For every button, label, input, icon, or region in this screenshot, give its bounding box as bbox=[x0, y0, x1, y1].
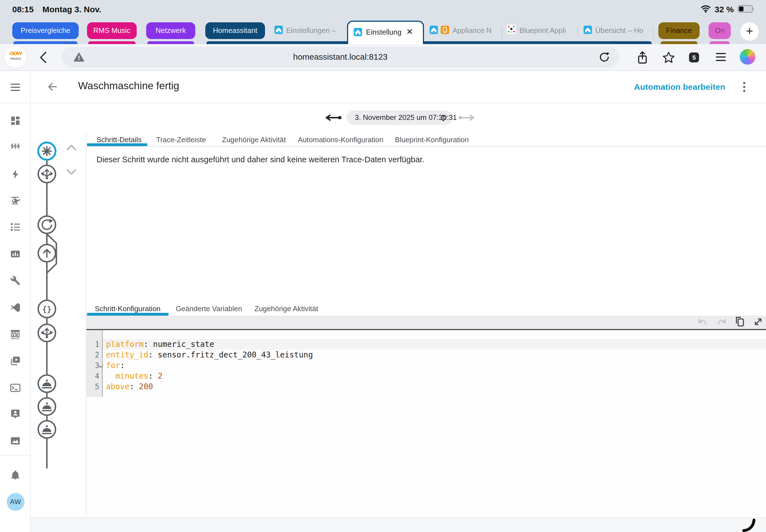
favorite-star-icon[interactable] bbox=[662, 51, 675, 64]
media-browser-icon[interactable] bbox=[10, 356, 21, 366]
tab-appliance[interactable]: Appliance N bbox=[453, 26, 498, 35]
tab-einstellung-active[interactable]: Einstellung ✕ bbox=[347, 21, 424, 44]
tab-group-preisvergleiche[interactable]: Preisvergleiche bbox=[12, 22, 79, 39]
code-content[interactable]: platform: numeric_stateentity_id: sensor… bbox=[106, 339, 764, 392]
home-assistant-favicon bbox=[584, 26, 592, 34]
url-text[interactable]: homeassistant.local:8123 bbox=[61, 52, 619, 61]
battery-percent: 32 % bbox=[715, 4, 734, 14]
trace-node-choose[interactable] bbox=[38, 324, 55, 342]
tab-separator bbox=[502, 28, 502, 37]
hacs-store-icon[interactable]: HACS bbox=[10, 329, 21, 340]
logbook-list-icon[interactable] bbox=[10, 222, 21, 233]
new-tab-button[interactable]: + bbox=[740, 22, 759, 41]
code-line[interactable]: platform: numeric_state bbox=[106, 339, 764, 350]
blueprint-app-favicon bbox=[507, 25, 516, 34]
pen-stroke-mark bbox=[742, 519, 762, 532]
avatar[interactable]: AW bbox=[7, 493, 25, 511]
code-line[interactable]: above: 200 bbox=[106, 381, 764, 392]
edit-automation-link[interactable]: Automation bearbeiten bbox=[634, 82, 725, 91]
ha-sidebar bbox=[0, 71, 31, 532]
tab-zugehoerige-aktivitaet-2[interactable]: Zugehörige Aktivität bbox=[254, 304, 318, 313]
account-badge-icon[interactable] bbox=[10, 409, 21, 419]
image-gallery-icon[interactable] bbox=[10, 436, 21, 446]
tab-count-badge[interactable]: 5 bbox=[689, 52, 699, 62]
tab-group-finance[interactable]: Finance bbox=[658, 22, 700, 39]
code-editor-toolbar bbox=[86, 316, 766, 329]
trace-node-variables[interactable]: {} bbox=[38, 300, 55, 318]
group-bar bbox=[661, 41, 697, 44]
trace-node-service-call[interactable] bbox=[38, 375, 55, 392]
tab-group-on[interactable]: On bbox=[709, 22, 731, 39]
tab-blueprint-konfiguration[interactable]: Blueprint-Konfiguration bbox=[395, 136, 469, 144]
trace-node-choose[interactable] bbox=[38, 165, 55, 183]
line-number: 1 bbox=[86, 339, 99, 350]
trace-node-service-call[interactable] bbox=[38, 398, 55, 415]
group-bar bbox=[88, 41, 136, 44]
group-bar bbox=[206, 41, 652, 44]
helicopter-icon[interactable] bbox=[10, 195, 21, 206]
group-bar bbox=[147, 41, 194, 44]
bell-icon[interactable] bbox=[10, 470, 21, 480]
group-bar bbox=[13, 41, 78, 44]
group-bar bbox=[710, 41, 730, 44]
reload-icon[interactable] bbox=[599, 51, 610, 63]
svg-text:HACS: HACS bbox=[11, 337, 19, 340]
close-icon[interactable]: ✕ bbox=[406, 27, 413, 37]
copy-icon[interactable] bbox=[735, 316, 745, 327]
copilot-icon[interactable] bbox=[740, 49, 755, 65]
trace-node-service-call[interactable] bbox=[38, 421, 55, 438]
tab-group-netzwerk[interactable]: Netzwerk bbox=[146, 22, 195, 39]
code-line[interactable]: entity_id: sensor.fritz_dect_200_43_leis… bbox=[106, 350, 764, 360]
tab-group-rms-music[interactable]: RMS Music bbox=[87, 22, 137, 39]
tab-automations-konfiguration[interactable]: Automations-Konfiguration bbox=[298, 136, 383, 144]
fullscreen-icon[interactable] bbox=[753, 317, 763, 327]
svg-text:{}: {} bbox=[42, 305, 52, 314]
wifi-icon bbox=[701, 5, 711, 13]
redo-icon[interactable] bbox=[716, 317, 727, 326]
line-number: 4 bbox=[86, 371, 99, 381]
site-logo[interactable]: oow musics bbox=[4, 46, 27, 68]
tab-schritt-konfiguration[interactable]: Schritt-Konfiguration bbox=[95, 304, 161, 313]
previous-trace-icon[interactable] bbox=[325, 114, 342, 122]
undo-icon[interactable] bbox=[697, 317, 708, 326]
menu-icon[interactable] bbox=[10, 82, 21, 93]
code-line[interactable]: minutes: 2 bbox=[106, 371, 764, 381]
line-number: 2 bbox=[86, 350, 99, 360]
vscode-icon[interactable] bbox=[10, 302, 21, 313]
bottom-strip bbox=[31, 518, 766, 532]
tab-trace-zeitleiste[interactable]: Trace-Zeitleiste bbox=[156, 136, 206, 144]
code-line[interactable]: for: bbox=[106, 360, 764, 371]
kebab-menu-icon[interactable] bbox=[743, 81, 746, 93]
dashboard-icon[interactable] bbox=[10, 115, 21, 126]
history-chart-icon[interactable] bbox=[10, 249, 21, 259]
tab-einstellungen[interactable]: Einstellungen – bbox=[286, 26, 340, 35]
back-arrow-icon[interactable] bbox=[47, 82, 57, 91]
terminal-icon[interactable] bbox=[10, 383, 21, 393]
back-icon[interactable] bbox=[39, 51, 47, 64]
next-trace-icon[interactable] bbox=[458, 114, 475, 122]
site-logo-text: oow bbox=[4, 50, 27, 57]
stepper-chevrons-icon[interactable] bbox=[440, 114, 446, 122]
menu-icon[interactable] bbox=[716, 53, 726, 61]
tab-blueprint[interactable]: Blueprint Appli bbox=[520, 26, 572, 35]
energy-icon[interactable] bbox=[10, 142, 21, 152]
active-tab-underline bbox=[87, 313, 168, 315]
header-divider bbox=[0, 102, 766, 103]
tab-zugehoerige-aktivitaet[interactable]: Zugehörige Aktivität bbox=[222, 136, 286, 144]
trace-node-repeat[interactable] bbox=[38, 216, 55, 233]
fold-chevron-icon[interactable] bbox=[98, 365, 103, 369]
trace-node-trigger[interactable] bbox=[38, 142, 55, 160]
tab-separator bbox=[578, 28, 578, 37]
tab-uebersicht[interactable]: Übersicht – Ho bbox=[595, 26, 648, 35]
lightning-bolt-icon[interactable] bbox=[10, 169, 21, 180]
tab-group-homeassitant[interactable]: Homeassitant bbox=[205, 22, 265, 39]
home-assistant-favicon bbox=[274, 26, 283, 34]
sidebar-divider bbox=[0, 455, 31, 456]
home-assistant-favicon bbox=[430, 26, 438, 34]
share-icon[interactable] bbox=[637, 51, 648, 65]
chevron-down-icon bbox=[67, 170, 75, 174]
trace-node-condition[interactable] bbox=[38, 245, 55, 262]
wrench-icon[interactable] bbox=[10, 275, 21, 286]
tab-geaenderte-variablen[interactable]: Geänderte Variablen bbox=[176, 304, 242, 313]
tab-schritt-details[interactable]: Schritt-Details bbox=[96, 136, 142, 144]
